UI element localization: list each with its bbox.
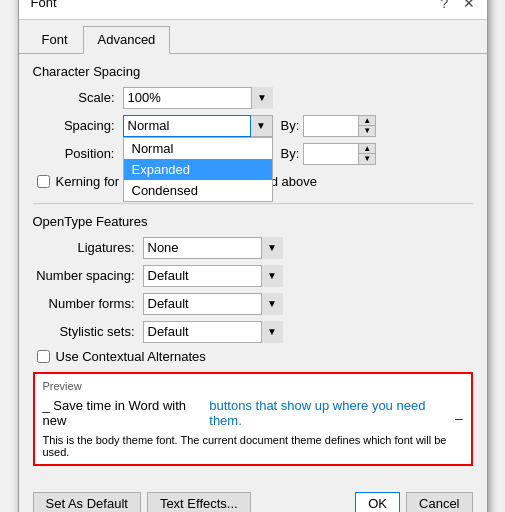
title-bar: Font ? ✕ (19, 0, 487, 20)
number-spacing-row: Number spacing: Default Proportional Tab… (33, 265, 473, 287)
spacing-option-normal[interactable]: Normal (124, 138, 272, 159)
character-spacing-title: Character Spacing (33, 64, 473, 79)
dialog-title: Font (31, 0, 57, 10)
ligatures-select-wrapper: None Standard Only Standard and Contextu… (143, 237, 283, 259)
stylistic-sets-row: Stylistic sets: Default 1 2 3 ▼ (33, 321, 473, 343)
cancel-button[interactable]: Cancel (406, 492, 472, 513)
by-label-2: By: (281, 146, 300, 161)
ligatures-row: Ligatures: None Standard Only Standard a… (33, 237, 473, 259)
divider (33, 203, 473, 204)
preview-text: _ Save time in Word with new buttons tha… (43, 396, 463, 430)
by-input-2[interactable] (303, 143, 358, 165)
preview-text-blue: buttons that show up where you need them… (209, 398, 455, 428)
contextual-row: Use Contextual Alternates (33, 349, 473, 364)
position-label: Position: (33, 146, 123, 161)
stylistic-sets-label: Stylistic sets: (33, 324, 143, 339)
tab-font[interactable]: Font (27, 26, 83, 53)
by-spinner-btns-1: ▲ ▼ (358, 115, 376, 137)
by-down-1[interactable]: ▼ (359, 125, 375, 135)
ok-button[interactable]: OK (355, 492, 400, 513)
by-up-1[interactable]: ▲ (359, 116, 375, 126)
scale-select[interactable]: 100% 80% 90% 110% 120% 150% 200% (123, 87, 273, 109)
ligatures-select[interactable]: None Standard Only Standard and Contextu… (143, 237, 283, 259)
close-button[interactable]: ✕ (459, 0, 479, 13)
spacing-label: Spacing: (33, 118, 123, 133)
title-bar-left: Font (31, 0, 57, 10)
by-spinner-1: ▲ ▼ (303, 115, 376, 137)
by-spinner-btns-2: ▲ ▼ (358, 143, 376, 165)
footer-left: Set As Default Text Effects... (33, 492, 251, 513)
preview-title: Preview (43, 380, 463, 392)
contextual-checkbox[interactable] (37, 350, 50, 363)
ligatures-label: Ligatures: (33, 240, 143, 255)
preview-section: Preview _ Save time in Word with new but… (33, 372, 473, 466)
number-spacing-label: Number spacing: (33, 268, 143, 283)
spacing-option-expanded[interactable]: Expanded (124, 159, 272, 180)
number-forms-select[interactable]: Default Lining Old-style (143, 293, 283, 315)
font-dialog: Font ? ✕ Font Advanced Character Spacing… (18, 0, 488, 512)
spacing-select-arrow[interactable]: ▼ (251, 115, 273, 137)
by-label-1: By: (281, 118, 300, 133)
stylistic-sets-select-wrapper: Default 1 2 3 ▼ (143, 321, 283, 343)
by-spinner-2: ▲ ▼ (303, 143, 376, 165)
opentype-section: OpenType Features Ligatures: None Standa… (33, 214, 473, 364)
number-forms-label: Number forms: (33, 296, 143, 311)
kerning-checkbox[interactable] (37, 175, 50, 188)
stylistic-sets-select[interactable]: Default 1 2 3 (143, 321, 283, 343)
by-down-2[interactable]: ▼ (359, 153, 375, 163)
spacing-option-condensed[interactable]: Condensed (124, 180, 272, 201)
by-up-2[interactable]: ▲ (359, 144, 375, 154)
tab-bar: Font Advanced (19, 20, 487, 54)
spacing-select-display[interactable]: Normal (123, 115, 251, 137)
text-effects-button[interactable]: Text Effects... (147, 492, 251, 513)
title-bar-right: ? ✕ (435, 0, 479, 13)
contextual-label: Use Contextual Alternates (56, 349, 206, 364)
preview-desc: This is the body theme font. The current… (43, 434, 463, 458)
dialog-content: Character Spacing Scale: 100% 80% 90% 11… (19, 54, 487, 486)
spacing-row: Spacing: Normal ▼ Normal Expanded Conden… (33, 115, 473, 137)
preview-text-after: _ (455, 405, 462, 420)
spacing-current-value: Normal (128, 118, 170, 133)
dialog-footer: Set As Default Text Effects... OK Cancel (19, 486, 487, 513)
footer-right: OK Cancel (355, 492, 472, 513)
opentype-title: OpenType Features (33, 214, 473, 229)
spacing-dropdown-container: Normal ▼ Normal Expanded Condensed (123, 115, 273, 137)
scale-label: Scale: (33, 90, 123, 105)
number-forms-row: Number forms: Default Lining Old-style ▼ (33, 293, 473, 315)
number-forms-select-wrapper: Default Lining Old-style ▼ (143, 293, 283, 315)
by-input-1[interactable] (303, 115, 358, 137)
preview-text-before: _ Save time in Word with new (43, 398, 210, 428)
number-spacing-select[interactable]: Default Proportional Tabular (143, 265, 283, 287)
set-default-button[interactable]: Set As Default (33, 492, 141, 513)
character-spacing-section: Character Spacing Scale: 100% 80% 90% 11… (33, 64, 473, 193)
scale-select-wrapper: 100% 80% 90% 110% 120% 150% 200% ▼ (123, 87, 273, 109)
spacing-dropdown-list: Normal Expanded Condensed (123, 137, 273, 202)
tab-advanced[interactable]: Advanced (83, 26, 171, 54)
scale-row: Scale: 100% 80% 90% 110% 120% 150% 200% … (33, 87, 473, 109)
help-button[interactable]: ? (435, 0, 455, 13)
number-spacing-select-wrapper: Default Proportional Tabular ▼ (143, 265, 283, 287)
